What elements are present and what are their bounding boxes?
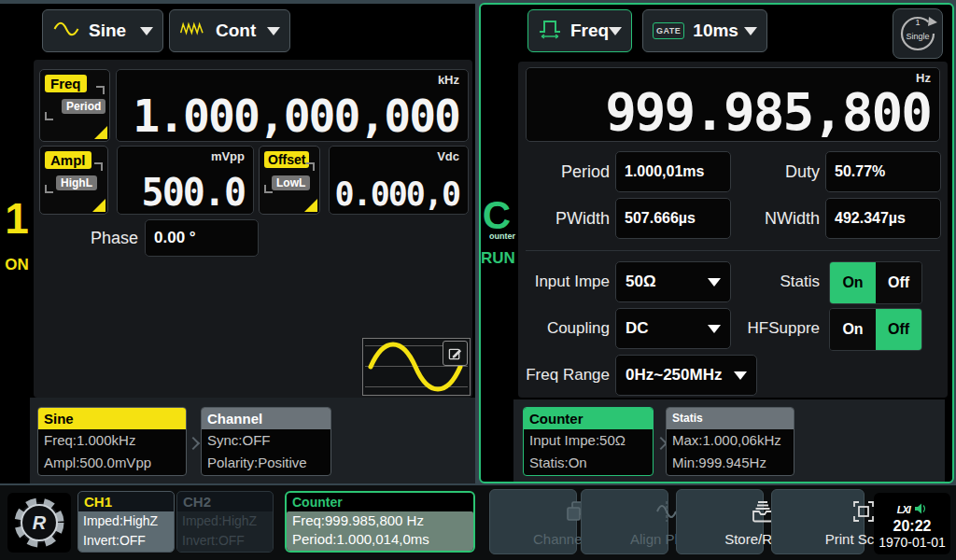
chevron-down-icon [708, 278, 721, 287]
counter-info-box[interactable]: Counter Input Impe:50Ω Statis:On [523, 407, 654, 476]
freq-unit: kHz [438, 73, 459, 87]
coupling-value: DC [626, 319, 649, 338]
statis-on-button[interactable]: On [830, 262, 876, 303]
hfsuppre-on-button[interactable]: On [830, 309, 876, 350]
ch2-invert: Invert:OFF [177, 531, 273, 551]
phase-input[interactable]: 0.00 ° [145, 219, 259, 257]
lowlevel-chip[interactable]: LowL [272, 175, 310, 190]
counter-info-statis: Statis:On [524, 452, 653, 474]
date: 1970-01-01 [874, 535, 950, 550]
sine-wave-icon [52, 20, 80, 42]
bottom-bar: R CH1 Imped:HighZ Invert:OFF CH2 Imped:H… [0, 485, 956, 560]
highlevel-chip[interactable]: HighL [56, 175, 97, 190]
statis-info-title: Statis [667, 408, 794, 429]
ch1-impedance: Imped:HighZ [78, 511, 174, 531]
freq-display[interactable]: kHz 1.000,000,000 [116, 69, 469, 142]
counter-indicator[interactable]: C ounter RUN [481, 193, 513, 268]
period-chip[interactable]: Period [62, 99, 105, 114]
chevron-down-icon [267, 27, 280, 35]
counter-mode-select[interactable]: Freq [527, 9, 632, 52]
coupling-label: Coupling [518, 308, 610, 349]
waveform-select[interactable]: Sine [42, 9, 163, 52]
gate-badge: GATE [653, 22, 684, 39]
counter-status-tab: Counter [287, 493, 473, 511]
pwidth-readout: 507.666µs [615, 198, 731, 239]
single-label: Single [893, 32, 942, 41]
duty-readout: 50.77% [825, 151, 941, 192]
lxi-logo: LXI [897, 504, 910, 515]
system-status-box[interactable]: LXI 20:22 1970-01-01 [874, 493, 950, 554]
coupling-select[interactable]: DC [615, 308, 731, 349]
ampl-display[interactable]: mVpp 500.0 [117, 146, 254, 215]
align-phase-button[interactable]: Align Phase [581, 489, 668, 554]
sine-info-freq: Freq:1.000kHz [38, 429, 186, 452]
freq-chip: Freq [45, 75, 87, 92]
channel-info-box[interactable]: Channel Sync:OFF Polarity:Positive [201, 407, 331, 476]
corner-bracket [45, 185, 53, 193]
channel1-card: Freq Period kHz 1.000,000,000 Ampl HighL… [34, 60, 472, 398]
waveform-preview[interactable] [362, 338, 471, 396]
freq-value: 1.000,000,000 [133, 93, 459, 138]
offset-display[interactable]: Vdc 0.000,0 [329, 146, 469, 215]
channel1-state: ON [0, 256, 34, 274]
store-recall-button[interactable]: Store/Recall [676, 489, 764, 554]
freq-range-select[interactable]: 0Hz~250MHz [615, 355, 757, 396]
counter-status-period: Period:1.000,014,0ms [287, 530, 473, 549]
statis-info-box[interactable]: Statis Max:1.000,06kHz Min:999.945Hz [666, 407, 794, 476]
ampl-param-button[interactable]: Ampl HighL [39, 146, 108, 215]
ch1-status-box[interactable]: CH1 Imped:HighZ Invert:OFF [77, 491, 175, 553]
ch2-status-box[interactable]: CH2 Imped:HighZ Invert:OFF [176, 491, 274, 553]
sine-info-ampl: Ampl:500.0mVpp [38, 452, 186, 474]
home-menu-button[interactable]: R [7, 493, 71, 553]
channel-info-polarity: Polarity:Positive [202, 452, 330, 474]
offset-value: 0.000,0 [334, 178, 459, 211]
single-count: 1 [893, 18, 942, 27]
channel-info-title: Channel [202, 408, 330, 429]
speaker-icon [914, 503, 927, 514]
ch1-invert: Invert:OFF [78, 531, 174, 551]
gate-select[interactable]: GATE 10ms [642, 9, 767, 52]
freq-param-button[interactable]: Freq Period [39, 69, 110, 142]
ch2-impedance: Imped:HighZ [177, 511, 273, 531]
corner-bracket [306, 162, 315, 171]
chevron-down-icon [708, 325, 721, 333]
screen: 1 ON Sine Cont Freq Period [0, 0, 956, 560]
freq-range-label: Freq Range [518, 355, 610, 396]
counter-panel: C ounter RUN Freq GATE 10ms 1 Single [479, 3, 954, 483]
channel-info-sync: Sync:OFF [202, 429, 330, 452]
single-trigger-button[interactable]: 1 Single [893, 8, 943, 59]
offset-chip: Offset [264, 151, 309, 168]
continuous-wave-icon [179, 20, 207, 42]
offset-unit: Vdc [437, 149, 459, 163]
ampl-chip: Ampl [45, 151, 91, 169]
input-impedance-select[interactable]: 50Ω [615, 261, 731, 302]
nwidth-label: NWidth [742, 198, 820, 239]
mode-select[interactable]: Cont [169, 9, 290, 52]
chevron-down-icon [734, 371, 747, 380]
ch1-tab: CH1 [78, 492, 174, 511]
channel1-number: 1 [0, 196, 34, 241]
corner-triangle-icon [304, 199, 317, 212]
statis-off-button[interactable]: Off [876, 262, 921, 303]
pwidth-label: PWidth [518, 198, 610, 239]
counter-card: Hz 999.985,800 Period 1.000,01ms Duty 50… [518, 62, 948, 398]
print-screen-button[interactable]: Print Screen [771, 489, 865, 554]
edit-icon [448, 346, 462, 360]
ch2-tab: CH2 [177, 492, 273, 511]
edit-waveform-button[interactable] [443, 341, 468, 366]
corner-triangle-icon [92, 199, 105, 212]
counter-status-freq: Freq:999.985,800 Hz [287, 511, 473, 530]
statis-info-min: Min:999.945Hz [667, 452, 794, 474]
sine-info-box[interactable]: Sine Freq:1.000kHz Ampl:500.0mVpp [37, 407, 187, 476]
channel1-indicator[interactable]: 1 ON [0, 196, 34, 274]
channel-copy-button[interactable]: Channel Copy [489, 489, 577, 554]
hfsuppre-off-button[interactable]: Off [876, 309, 921, 350]
counter-info-strip: Counter Input Impe:50Ω Statis:On Statis … [513, 399, 945, 482]
offset-param-button[interactable]: Offset LowL [259, 146, 320, 215]
hfsuppre-toggle: On Off [829, 308, 922, 351]
counter-status-box[interactable]: Counter Freq:999.985,800 Hz Period:1.000… [285, 491, 475, 553]
statis-info-max: Max:1.000,06kHz [667, 429, 794, 452]
period-readout: 1.000,01ms [615, 151, 731, 192]
statis-label: Statis [742, 261, 820, 302]
counter-info-impedance: Input Impe:50Ω [524, 429, 653, 452]
